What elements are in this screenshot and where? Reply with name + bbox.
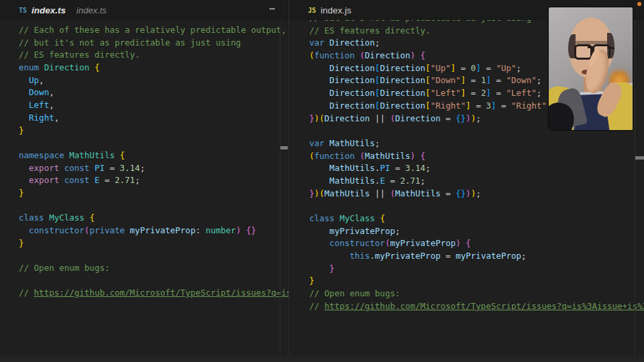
left-editor-scrollbar[interactable] — [280, 20, 289, 362]
code-line: enum Direction { — [19, 62, 288, 74]
code-line: MathUtils.PI = 3.14; — [309, 162, 644, 175]
code-line: } — [309, 275, 644, 288]
code-line: namespace MathUtils { — [19, 149, 288, 162]
tab-title: index.ts — [32, 5, 66, 15]
code-line — [19, 249, 288, 262]
vscode-window: // Each of these has a relatively predic… — [0, 0, 644, 362]
tab-index-ts[interactable]: TS index.ts index.ts — [19, 5, 107, 15]
presenter-glasses-bridge — [588, 46, 593, 48]
editor-pane-typescript: // Each of these has a relatively predic… — [0, 0, 288, 362]
right-editor-scrollbar[interactable] — [635, 20, 644, 362]
code-line: } — [309, 263, 644, 276]
code-line: MathUtils.E = 2.71; — [309, 175, 644, 188]
code-line: class MyClass { — [19, 212, 288, 225]
ts-code-editor[interactable]: // Each of these has a relatively predic… — [0, 20, 288, 356]
tab-title: index.js — [321, 5, 352, 15]
code-line: // Open enum bugs: — [19, 262, 288, 275]
code-line: })(MathUtils || (MathUtils = {})); — [309, 188, 644, 200]
left-tab-bar: TS index.ts index.ts — [0, 0, 288, 20]
recording-indicator-icon — [637, 2, 641, 6]
code-line: myPrivateProp; — [309, 225, 644, 238]
code-line: Left, — [19, 99, 288, 112]
code-line: Right, — [19, 112, 288, 125]
code-line — [309, 200, 644, 213]
code-line: constructor(myPrivateProp) { — [309, 237, 644, 250]
tab-path-hint: index.ts — [76, 5, 107, 15]
javascript-file-icon: JS — [308, 7, 316, 14]
code-line: var MathUtils; — [309, 137, 644, 150]
code-line: class MyClass { — [309, 213, 644, 225]
code-line: export const E = 2.71; — [19, 174, 288, 187]
code-line: Up, — [19, 74, 288, 87]
typescript-file-icon: TS — [19, 7, 27, 14]
code-line — [19, 275, 288, 288]
code-line: // https://github.com/Microsoft/TypeScri… — [19, 287, 288, 300]
code-line: this.myPrivateProp = myPrivateProp; — [309, 250, 644, 263]
code-line — [19, 200, 288, 213]
code-line: constructor(private myPrivateProp: numbe… — [19, 225, 288, 237]
editor-actions-button[interactable]: ⋯ — [269, 3, 276, 15]
code-line: // but it's not as predictable as just u… — [19, 37, 288, 50]
code-line: } — [19, 125, 288, 137]
tab-index-js[interactable]: JS index.js — [308, 5, 352, 15]
bottom-strip — [0, 356, 644, 362]
code-line: // ES features directly. — [19, 49, 288, 62]
code-line: } — [19, 237, 288, 250]
code-line — [19, 137, 288, 149]
left-scrollbar-thumb[interactable] — [280, 146, 288, 149]
code-line: // Each of these has a relatively predic… — [19, 24, 288, 37]
code-line: } — [19, 187, 288, 200]
webcam-overlay — [548, 7, 633, 131]
code-line: // https://github.com/Microsoft/TypeScri… — [309, 300, 644, 313]
code-line: // Open enum bugs: — [309, 288, 644, 300]
code-line: Down, — [19, 86, 288, 99]
code-line: export const PI = 3.14; — [19, 162, 288, 175]
right-scrollbar-thumb[interactable] — [635, 156, 644, 160]
code-line: (function (MathUtils) { — [309, 150, 644, 163]
